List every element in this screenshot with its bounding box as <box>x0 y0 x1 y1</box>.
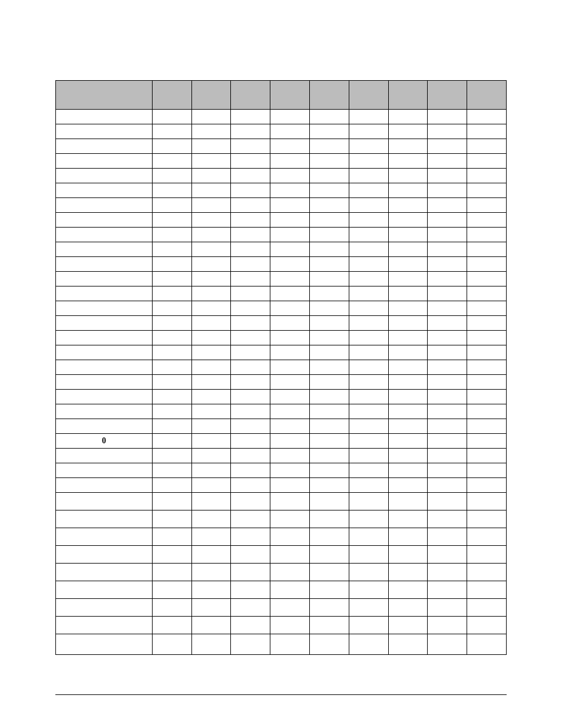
table-cell <box>388 110 428 124</box>
table-cell <box>56 463 153 478</box>
table-cell <box>388 599 428 617</box>
table-cell <box>56 419 153 434</box>
table-cell <box>388 301 428 316</box>
table-cell <box>191 375 231 390</box>
table-row <box>56 419 507 434</box>
footer-divider <box>55 694 507 695</box>
table-cell <box>309 390 349 404</box>
table-row <box>56 169 507 183</box>
table-cell <box>231 242 270 257</box>
table-cell <box>309 478 349 493</box>
table-cell <box>152 463 191 478</box>
table-cell <box>56 124 153 139</box>
table-row <box>56 213 507 228</box>
table-cell <box>349 154 388 169</box>
table-cell <box>388 360 428 375</box>
table-cell <box>231 390 270 404</box>
table-cell <box>428 581 467 599</box>
table-cell <box>56 228 153 242</box>
table-cell <box>467 634 507 655</box>
column-header <box>231 81 270 110</box>
table-row <box>56 242 507 257</box>
table-cell <box>349 228 388 242</box>
table-cell <box>467 286 507 301</box>
table-cell <box>152 510 191 528</box>
table-row <box>56 581 507 599</box>
table-cell <box>152 617 191 634</box>
table-cell <box>309 169 349 183</box>
table-cell <box>309 463 349 478</box>
table-cell <box>388 169 428 183</box>
table-cell <box>467 242 507 257</box>
table-cell <box>56 257 153 272</box>
table-cell <box>191 564 231 581</box>
table-cell <box>428 242 467 257</box>
table-cell <box>56 139 153 154</box>
table-cell <box>231 272 270 286</box>
table-cell <box>309 345 349 360</box>
table-cell <box>388 390 428 404</box>
table-cell <box>270 434 310 449</box>
table-cell <box>467 154 507 169</box>
table-cell <box>270 169 310 183</box>
table-cell <box>231 345 270 360</box>
table-row <box>56 463 507 478</box>
table-cell <box>152 183 191 198</box>
table-cell <box>388 124 428 139</box>
table-cell <box>191 528 231 546</box>
table-cell <box>467 213 507 228</box>
table-cell <box>152 213 191 228</box>
table-cell <box>309 617 349 634</box>
table-row <box>56 228 507 242</box>
table-cell <box>467 404 507 419</box>
table-cell <box>270 286 310 301</box>
table-cell <box>388 434 428 449</box>
table-cell <box>270 331 310 345</box>
table-cell <box>56 242 153 257</box>
table-cell <box>428 449 467 463</box>
table-head <box>56 81 507 110</box>
table-row <box>56 375 507 390</box>
table-cell <box>428 331 467 345</box>
table-cell <box>152 272 191 286</box>
table-cell <box>309 404 349 419</box>
table-cell <box>388 564 428 581</box>
table-cell <box>467 617 507 634</box>
table-cell <box>191 124 231 139</box>
table-cell <box>309 213 349 228</box>
table-cell <box>428 528 467 546</box>
table-cell <box>467 316 507 331</box>
table-cell <box>231 198 270 213</box>
table-cell <box>388 139 428 154</box>
table-cell <box>428 463 467 478</box>
table-cell <box>428 213 467 228</box>
table-cell <box>388 404 428 419</box>
table-cell <box>349 360 388 375</box>
table-cell <box>191 110 231 124</box>
table-cell <box>231 404 270 419</box>
table-row <box>56 449 507 463</box>
table-cell <box>56 154 153 169</box>
table-cell <box>231 528 270 546</box>
table-cell <box>56 213 153 228</box>
table-cell <box>349 419 388 434</box>
table-cell <box>56 345 153 360</box>
table-cell <box>231 375 270 390</box>
table-row <box>56 546 507 564</box>
table-body: 0 <box>56 110 507 655</box>
table-row <box>56 316 507 331</box>
table-cell <box>349 139 388 154</box>
table-cell <box>428 286 467 301</box>
table-cell <box>349 301 388 316</box>
table-cell <box>191 599 231 617</box>
table-cell <box>191 154 231 169</box>
table-cell <box>191 183 231 198</box>
table-cell <box>152 228 191 242</box>
table-cell <box>270 564 310 581</box>
table-cell <box>56 449 153 463</box>
table-cell <box>349 286 388 301</box>
table-cell <box>388 242 428 257</box>
table-row <box>56 390 507 404</box>
table-cell <box>270 419 310 434</box>
table-cell <box>231 301 270 316</box>
